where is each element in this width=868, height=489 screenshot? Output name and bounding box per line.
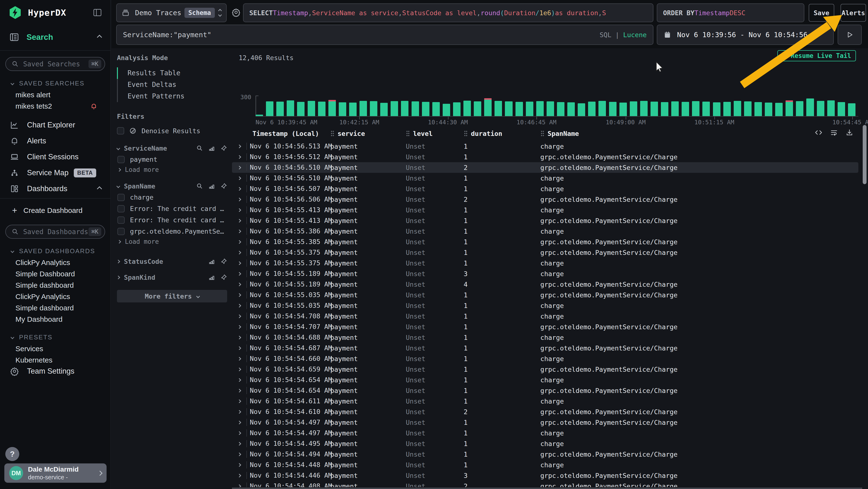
row-expander-icon[interactable]	[232, 347, 246, 349]
histogram-bar[interactable]	[370, 101, 377, 116]
load-more-spanname[interactable]: Load more	[117, 237, 227, 247]
dashboard-item[interactable]: Simple dashboard	[16, 280, 111, 291]
vertical-scrollbar[interactable]	[863, 125, 867, 184]
histogram-bar[interactable]	[463, 100, 471, 116]
bar-chart-icon[interactable]	[208, 145, 215, 151]
table-row[interactable]: Nov 6 10:54:54.495 AMpaymentUnset1charge	[232, 438, 858, 449]
table-row[interactable]: Nov 6 10:54:54.408 AMpaymentUnset2grpc.o…	[232, 481, 858, 487]
sidebar-collapse-icon[interactable]	[93, 8, 102, 18]
chevron-up-icon[interactable]	[97, 186, 102, 191]
histogram-bar[interactable]	[516, 102, 523, 116]
histogram-bar[interactable]	[432, 102, 440, 116]
sidebar-item-alerts[interactable]: Alerts	[0, 133, 111, 149]
histogram-bar[interactable]	[838, 102, 845, 116]
table-row[interactable]: Nov 6 10:54:54.610 AMpaymentUnset2grpc.o…	[232, 406, 858, 417]
presets-group-header[interactable]: PRESETS	[11, 334, 111, 341]
table-row[interactable]: Nov 6 10:54:56.510 AMpaymentUnset2grpc.o…	[232, 162, 858, 173]
histogram-bar[interactable]	[817, 101, 824, 116]
row-expander-icon[interactable]	[232, 368, 246, 371]
row-expander-icon[interactable]	[232, 251, 246, 254]
row-expander-icon[interactable]	[232, 325, 246, 328]
filter-group-servicename[interactable]: ServiceName	[117, 143, 227, 153]
histogram-bar[interactable]	[308, 101, 315, 116]
language-toggle[interactable]: SQL | Lucene	[600, 31, 647, 39]
histogram-bar[interactable]	[609, 102, 617, 116]
table-row[interactable]: Nov 6 10:54:55.035 AMpaymentUnset1grpc.o…	[232, 290, 858, 300]
col-timestamp[interactable]: Timestamp (Local)	[246, 130, 330, 137]
histogram-bar[interactable]	[557, 102, 564, 116]
row-expander-icon[interactable]	[232, 464, 246, 466]
dashboard-item[interactable]: ClickPy Analytics	[16, 291, 111, 302]
row-expander-icon[interactable]	[232, 315, 246, 318]
row-expander-icon[interactable]	[232, 220, 246, 222]
histogram-bar[interactable]	[567, 102, 575, 116]
histogram-bar[interactable]	[754, 102, 762, 116]
row-expander-icon[interactable]	[232, 379, 246, 381]
histogram-bar[interactable]	[723, 102, 731, 116]
histogram-bar[interactable]	[411, 102, 419, 116]
histogram-bar[interactable]	[640, 101, 648, 116]
row-expander-icon[interactable]	[232, 485, 246, 487]
order-by-input[interactable]: ORDER BY Timestamp DESC	[657, 3, 804, 22]
histogram-bar[interactable]	[702, 102, 710, 116]
search-icon[interactable]	[196, 183, 203, 190]
filter-group-spankind[interactable]: SpanKind	[117, 272, 227, 283]
histogram-bar[interactable]	[443, 104, 450, 116]
sidebar-item-mikes-alert[interactable]: mikes alert	[16, 89, 111, 100]
row-expander-icon[interactable]	[232, 241, 246, 243]
histogram-bar[interactable]	[287, 100, 294, 116]
filter-group-spanname[interactable]: SpanName	[117, 181, 227, 192]
bar-chart-icon[interactable]	[208, 274, 215, 281]
col-level[interactable]: level	[406, 130, 464, 137]
table-row[interactable]: Nov 6 10:54:54.611 AMpaymentUnset1charge	[232, 396, 858, 406]
histogram-bar[interactable]	[505, 102, 513, 116]
pin-icon[interactable]	[220, 145, 227, 151]
table-row[interactable]: Nov 6 10:54:54.446 AMpaymentUnset3grpc.o…	[232, 470, 858, 481]
source-settings-gear-icon[interactable]	[231, 8, 241, 17]
filter-item-grpc[interactable]: grpc.oteldemo.PaymentSe…	[117, 226, 227, 237]
mode-event-patterns[interactable]: Event Patterns	[118, 90, 227, 102]
saved-searches-input[interactable]: Saved Searches ⌘K	[5, 57, 105, 71]
sidebar-item-chart-explorer[interactable]: Chart Explorer	[0, 117, 111, 133]
table-row[interactable]: Nov 6 10:54:55.413 AMpaymentUnset1grpc.o…	[232, 215, 858, 226]
checkbox[interactable]	[117, 228, 125, 235]
row-expander-icon[interactable]	[232, 357, 246, 360]
table-row[interactable]: Nov 6 10:54:56.513 AMpaymentUnset1charge	[232, 141, 858, 151]
run-query-button[interactable]	[838, 25, 862, 45]
histogram-plot[interactable]	[255, 96, 858, 117]
user-menu[interactable]: DM Dale McDiarmid demo-service -	[4, 463, 106, 483]
table-row[interactable]: Nov 6 10:54:55.385 AMpaymentUnset1grpc.o…	[232, 236, 858, 247]
histogram-bar[interactable]	[806, 98, 814, 116]
checkbox[interactable]	[117, 127, 124, 135]
histogram-bar[interactable]	[360, 101, 367, 116]
sidebar-item-search[interactable]: Search	[0, 28, 111, 47]
histogram-bar[interactable]	[682, 102, 689, 116]
histogram-bar[interactable]	[713, 102, 720, 116]
table-row[interactable]: Nov 6 10:54:54.654 AMpaymentUnset1charge	[232, 375, 858, 385]
sidebar-item-mikes-tets2[interactable]: mikes tets2	[16, 100, 111, 112]
source-select[interactable]: Demo Traces Schema	[116, 3, 227, 22]
row-expander-icon[interactable]	[232, 294, 246, 296]
row-expander-icon[interactable]	[232, 389, 246, 392]
row-expander-icon[interactable]	[232, 432, 246, 434]
drag-handle-icon[interactable]	[540, 130, 544, 137]
histogram-bar[interactable]	[453, 102, 461, 116]
table-row[interactable]: Nov 6 10:54:55.413 AMpaymentUnset1charge	[232, 205, 858, 215]
histogram-bar[interactable]	[422, 102, 429, 116]
table-row[interactable]: Nov 6 10:54:54.448 AMpaymentUnset1charge	[232, 460, 858, 470]
histogram-bar[interactable]	[474, 102, 481, 116]
histogram-bar[interactable]	[329, 102, 336, 116]
filter-group-statuscode[interactable]: StatusCode	[117, 256, 227, 267]
row-expander-icon[interactable]	[232, 156, 246, 158]
bar-chart-icon[interactable]	[208, 183, 215, 190]
filter-item-error1[interactable]: Error: The credit card …	[117, 203, 227, 214]
histogram-bar[interactable]	[578, 103, 585, 116]
row-expander-icon[interactable]	[232, 410, 246, 413]
row-expander-icon[interactable]	[232, 283, 246, 286]
histogram-bar[interactable]	[671, 102, 679, 116]
horizontal-scrollbar[interactable]	[232, 488, 862, 489]
date-range-picker[interactable]: Nov 6 10:39:56 - Nov 6 10:54:56	[657, 25, 834, 45]
histogram-bar[interactable]	[276, 102, 284, 116]
row-expander-icon[interactable]	[232, 304, 246, 307]
dashboard-item[interactable]: Simple Dashboard	[16, 268, 111, 280]
